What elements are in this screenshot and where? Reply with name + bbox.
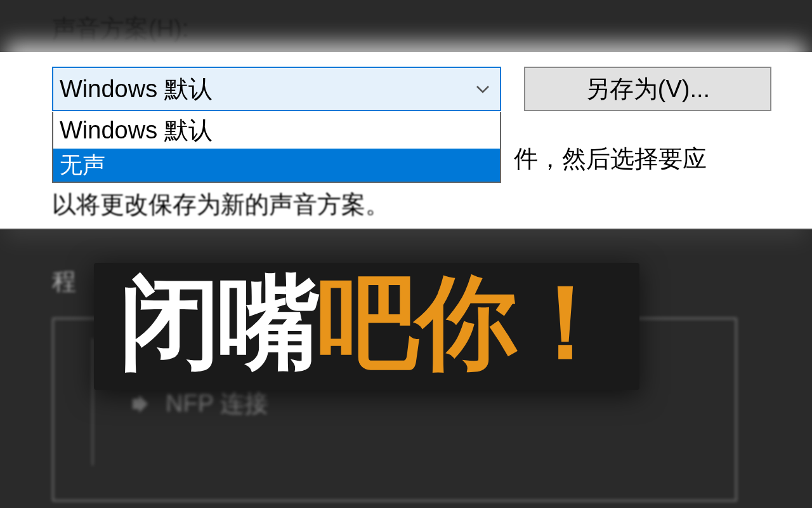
description-fragment-below: 以将更改保存为新的声音方案。 bbox=[52, 189, 390, 221]
tree-item-nfp-connect[interactable]: NFP 连接 bbox=[130, 387, 716, 420]
speaker-icon bbox=[130, 391, 155, 417]
overlay-text-white: 闭嘴 bbox=[119, 267, 317, 378]
sound-scheme-combobox[interactable]: Windows 默认 Windows 默认 无声 bbox=[52, 67, 501, 183]
sound-scheme-label: 声音方案(H): bbox=[52, 13, 188, 45]
overlay-text-orange: 吧你！ bbox=[317, 267, 614, 378]
combo-selected-value[interactable]: Windows 默认 bbox=[52, 67, 501, 111]
program-events-label: 程 bbox=[52, 265, 76, 298]
combo-dropdown-list: Windows 默认 无声 bbox=[52, 112, 501, 183]
chevron-down-icon bbox=[476, 80, 490, 98]
tree-connector-line bbox=[92, 338, 93, 465]
tree-item-label: NFP 连接 bbox=[166, 387, 268, 420]
video-title-overlay: 闭嘴 吧你！ bbox=[94, 263, 639, 390]
combo-option-silent[interactable]: 无声 bbox=[53, 149, 500, 182]
description-fragment-right: 件，然后选择要应 bbox=[514, 143, 707, 175]
combo-option-default[interactable]: Windows 默认 bbox=[53, 112, 500, 149]
save-as-button[interactable]: 另存为(V)... bbox=[524, 67, 771, 111]
combo-selected-text: Windows 默认 bbox=[60, 73, 213, 105]
